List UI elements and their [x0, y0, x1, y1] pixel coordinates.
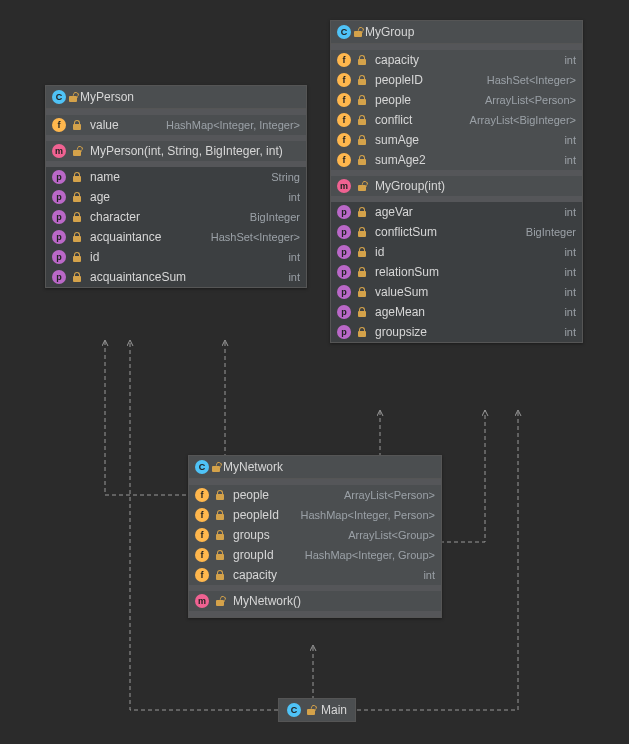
field-row: fcapacityint	[189, 565, 441, 585]
member-name: peopleID	[375, 73, 423, 87]
method-icon: m	[52, 144, 66, 158]
property-row: pnameString	[46, 167, 306, 187]
member-name: character	[90, 210, 140, 224]
method-icon: m	[337, 179, 351, 193]
divider	[189, 611, 441, 617]
class-header: C MyPerson	[46, 86, 306, 109]
property-row: pageVarint	[331, 202, 582, 222]
property-icon: p	[52, 190, 66, 204]
field-row: fpeopleIDHashSet<Integer>	[331, 70, 582, 90]
member-type: ArrayList<BigInteger>	[470, 114, 576, 126]
member-name: peopleId	[233, 508, 279, 522]
unlock-icon	[357, 181, 367, 191]
class-icon: C	[195, 460, 209, 474]
property-row: pageint	[46, 187, 306, 207]
property-icon: p	[337, 205, 351, 219]
member-type: HashMap<Integer, Person>	[300, 509, 435, 521]
property-row: pconflictSumBigInteger	[331, 222, 582, 242]
member-name: acquaintanceSum	[90, 270, 186, 284]
member-type: String	[271, 171, 300, 183]
lock-icon	[357, 75, 367, 85]
member-type: int	[564, 134, 576, 146]
unlock-icon	[211, 462, 221, 472]
member-type: int	[564, 266, 576, 278]
lock-icon	[72, 192, 82, 202]
method-row: m MyGroup(int)	[331, 176, 582, 196]
method-icon: m	[195, 594, 209, 608]
member-name: id	[375, 245, 384, 259]
property-row: prelationSumint	[331, 262, 582, 282]
unlock-icon	[215, 596, 225, 606]
field-row: fgroupIdHashMap<Integer, Group>	[189, 545, 441, 565]
member-name: conflict	[375, 113, 412, 127]
member-type: ArrayList<Person>	[344, 489, 435, 501]
class-mynetwork[interactable]: C MyNetwork fpeopleArrayList<Person>fpeo…	[188, 455, 442, 618]
lock-icon	[357, 207, 367, 217]
lock-icon	[357, 267, 367, 277]
member-type: HashMap<Integer, Group>	[305, 549, 435, 561]
property-icon: p	[337, 285, 351, 299]
member-name: name	[90, 170, 120, 184]
property-icon: p	[337, 305, 351, 319]
class-icon: C	[52, 90, 66, 104]
field-row: fpeopleIdHashMap<Integer, Person>	[189, 505, 441, 525]
lock-icon	[215, 570, 225, 580]
member-type: ArrayList<Group>	[348, 529, 435, 541]
lock-icon	[357, 115, 367, 125]
member-type: int	[288, 251, 300, 263]
member-name: groups	[233, 528, 270, 542]
member-type: HashSet<Integer>	[487, 74, 576, 86]
property-icon: p	[337, 245, 351, 259]
member-name: capacity	[233, 568, 277, 582]
lock-icon	[357, 55, 367, 65]
class-main[interactable]: C Main	[278, 698, 356, 722]
member-name: sumAge2	[375, 153, 426, 167]
member-name: id	[90, 250, 99, 264]
lock-icon	[72, 252, 82, 262]
member-name: acquaintance	[90, 230, 161, 244]
method-row: m MyNetwork()	[189, 591, 441, 611]
lock-icon	[357, 307, 367, 317]
class-title: Main	[321, 703, 347, 717]
member-type: int	[288, 271, 300, 283]
field-icon: f	[337, 73, 351, 87]
field-row: fcapacityint	[331, 50, 582, 70]
member-name: groupId	[233, 548, 274, 562]
member-type: int	[564, 306, 576, 318]
member-type: BigInteger	[250, 211, 300, 223]
field-icon: f	[337, 133, 351, 147]
member-type: BigInteger	[526, 226, 576, 238]
property-icon: p	[52, 270, 66, 284]
unlock-icon	[72, 146, 82, 156]
member-name: sumAge	[375, 133, 419, 147]
member-name: capacity	[375, 53, 419, 67]
lock-icon	[357, 155, 367, 165]
member-name: groupsize	[375, 325, 427, 339]
class-title: MyPerson	[80, 90, 134, 104]
member-type: HashSet<Integer>	[211, 231, 300, 243]
class-mygroup[interactable]: C MyGroup fcapacityintfpeopleIDHashSet<I…	[330, 20, 583, 343]
field-icon: f	[195, 568, 209, 582]
property-row: pvalueSumint	[331, 282, 582, 302]
lock-icon	[357, 95, 367, 105]
field-icon: f	[195, 508, 209, 522]
field-icon: f	[195, 548, 209, 562]
property-row: pageMeanint	[331, 302, 582, 322]
field-icon: f	[337, 53, 351, 67]
lock-icon	[72, 272, 82, 282]
member-name: ageVar	[375, 205, 413, 219]
field-row: f value HashMap<Integer, Integer>	[46, 115, 306, 135]
member-type: int	[288, 191, 300, 203]
field-row: fgroupsArrayList<Group>	[189, 525, 441, 545]
member-name: ageMean	[375, 305, 425, 319]
unlock-icon	[68, 92, 78, 102]
lock-icon	[357, 135, 367, 145]
member-type: int	[564, 154, 576, 166]
class-icon: C	[337, 25, 351, 39]
lock-icon	[357, 247, 367, 257]
lock-icon	[72, 120, 82, 130]
member-name: people	[233, 488, 269, 502]
property-row: pgroupsizeint	[331, 322, 582, 342]
property-icon: p	[52, 230, 66, 244]
class-myperson[interactable]: C MyPerson f value HashMap<Integer, Inte…	[45, 85, 307, 288]
